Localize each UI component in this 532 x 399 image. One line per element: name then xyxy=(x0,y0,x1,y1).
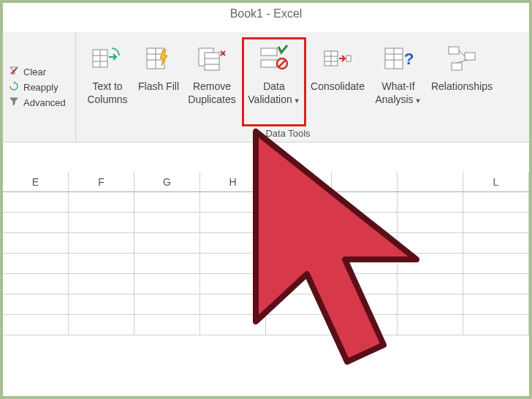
cell[interactable] xyxy=(69,315,134,335)
advanced-button[interactable]: Advanced xyxy=(9,96,69,109)
cell[interactable] xyxy=(69,192,134,213)
svg-rect-29 xyxy=(449,47,459,54)
cell[interactable] xyxy=(134,294,200,315)
text-to-columns-icon xyxy=(90,41,125,76)
cell[interactable] xyxy=(266,213,332,233)
cell[interactable] xyxy=(69,213,134,233)
cell[interactable] xyxy=(3,294,69,315)
cell[interactable] xyxy=(332,315,398,335)
cell[interactable] xyxy=(134,254,200,274)
cell[interactable] xyxy=(463,254,529,274)
cell[interactable] xyxy=(398,233,463,254)
cell[interactable] xyxy=(332,294,398,315)
col-header[interactable]: G xyxy=(134,172,200,192)
cell[interactable] xyxy=(3,274,69,294)
svg-rect-15 xyxy=(261,48,277,56)
data-validation-label: Data Validation▼ xyxy=(244,80,304,106)
cell[interactable] xyxy=(332,192,398,213)
col-header[interactable]: F xyxy=(69,172,134,192)
cell[interactable] xyxy=(463,192,529,213)
svg-line-32 xyxy=(459,50,465,56)
flash-fill-icon xyxy=(141,41,176,76)
cell[interactable] xyxy=(200,233,266,254)
cell[interactable] xyxy=(200,213,266,233)
sort-filter-partial: Clear Reapply Advanced xyxy=(3,32,76,142)
dropdown-arrow-icon: ▼ xyxy=(294,97,300,104)
cell[interactable] xyxy=(266,254,332,274)
cell[interactable] xyxy=(266,294,332,315)
cell[interactable] xyxy=(134,315,200,335)
cell[interactable] xyxy=(69,233,134,254)
cell[interactable] xyxy=(332,254,398,274)
cell[interactable] xyxy=(463,233,529,254)
col-header[interactable]: H xyxy=(200,172,266,192)
remove-duplicates-icon xyxy=(194,41,229,76)
svg-rect-10 xyxy=(205,53,219,70)
svg-line-33 xyxy=(457,60,468,63)
cell[interactable] xyxy=(332,233,398,254)
svg-rect-31 xyxy=(452,63,462,70)
cell[interactable] xyxy=(69,274,134,294)
flash-fill-label: Flash Fill xyxy=(138,80,179,94)
cell[interactable] xyxy=(266,274,332,294)
cell[interactable] xyxy=(200,294,266,315)
cell[interactable] xyxy=(134,233,200,254)
remove-duplicates-label: Remove Duplicates xyxy=(183,80,241,106)
cell[interactable] xyxy=(3,254,69,274)
cell[interactable] xyxy=(332,274,398,294)
col-header[interactable] xyxy=(398,172,463,192)
cell[interactable] xyxy=(398,294,463,315)
cell[interactable] xyxy=(398,192,463,213)
cell[interactable] xyxy=(3,192,69,213)
titlebar: Book1 - Excel xyxy=(3,3,529,25)
cell[interactable] xyxy=(69,254,134,274)
cell[interactable] xyxy=(266,192,332,213)
svg-rect-16 xyxy=(261,60,277,67)
spreadsheet[interactable]: E F G H I L xyxy=(3,172,529,396)
cell[interactable] xyxy=(398,315,463,335)
cell[interactable] xyxy=(200,315,266,335)
excel-window: Book1 - Excel Clear Reapply xyxy=(3,3,529,396)
grid[interactable] xyxy=(3,192,529,335)
cell[interactable] xyxy=(200,274,266,294)
col-header[interactable]: L xyxy=(463,172,529,192)
cell[interactable] xyxy=(332,213,398,233)
col-header[interactable] xyxy=(332,172,398,192)
remove-duplicates-button[interactable]: Remove Duplicates xyxy=(181,38,243,126)
cell[interactable] xyxy=(398,274,463,294)
cell[interactable] xyxy=(200,192,266,213)
relationships-icon xyxy=(444,41,479,76)
cell[interactable] xyxy=(266,233,332,254)
clear-icon xyxy=(9,66,19,78)
data-tools-group: Text to Columns Flash Fi xyxy=(76,32,500,142)
cell[interactable] xyxy=(463,213,529,233)
cell[interactable] xyxy=(200,254,266,274)
clear-button[interactable]: Clear xyxy=(9,66,69,78)
cell[interactable] xyxy=(134,274,200,294)
what-if-button[interactable]: ? What-If Analysis▼ xyxy=(370,38,427,126)
cell[interactable] xyxy=(134,213,200,233)
cell[interactable] xyxy=(463,274,529,294)
data-validation-button[interactable]: Data Validation▼ xyxy=(243,38,305,126)
cell[interactable] xyxy=(463,294,529,315)
relationships-button[interactable]: Relationships xyxy=(427,38,497,126)
cell[interactable] xyxy=(134,192,200,213)
reapply-button[interactable]: Reapply xyxy=(9,81,69,94)
cell[interactable] xyxy=(69,294,134,315)
text-to-columns-button[interactable]: Text to Columns xyxy=(79,38,136,126)
col-header[interactable]: I xyxy=(266,172,332,192)
flash-fill-button[interactable]: Flash Fill xyxy=(136,38,181,126)
svg-text:?: ? xyxy=(404,50,414,68)
what-if-icon: ? xyxy=(381,41,416,76)
col-header[interactable]: E xyxy=(3,172,69,192)
cell[interactable] xyxy=(3,233,69,254)
consolidate-button[interactable]: Consolidate xyxy=(305,38,370,126)
cell[interactable] xyxy=(3,315,69,335)
cell[interactable] xyxy=(398,213,463,233)
cell[interactable] xyxy=(3,213,69,233)
cell[interactable] xyxy=(463,315,529,335)
cell[interactable] xyxy=(266,315,332,335)
svg-rect-23 xyxy=(346,56,351,61)
cell[interactable] xyxy=(398,254,463,274)
svg-rect-30 xyxy=(465,53,475,60)
